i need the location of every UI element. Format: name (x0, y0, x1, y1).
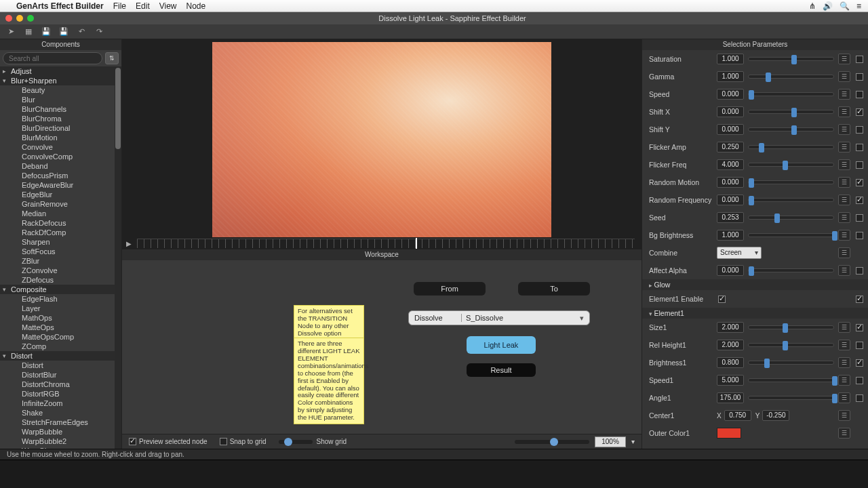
param-menu-icon[interactable]: ☰ (838, 247, 850, 258)
tree-item[interactable]: Sharpen (0, 237, 121, 247)
node-to[interactable]: To (518, 282, 590, 296)
param-expose-toggle[interactable] (854, 377, 864, 384)
param-expose-toggle[interactable] (854, 359, 864, 367)
param-slider[interactable] (748, 57, 834, 61)
param-value[interactable]: 2.000 (717, 322, 744, 333)
param-menu-icon[interactable]: ☰ (838, 428, 850, 439)
param-slider[interactable] (748, 325, 834, 329)
param-value[interactable]: 0.000 (717, 106, 744, 117)
param-menu-icon[interactable]: ☰ (838, 212, 850, 223)
tree-item[interactable]: EdgeAwareBlur (0, 180, 121, 190)
param-expose-toggle[interactable] (854, 342, 864, 349)
param-expose-toggle[interactable] (854, 324, 864, 331)
param-expose-toggle[interactable] (854, 91, 864, 98)
zoom-slider[interactable] (515, 440, 589, 444)
param-value[interactable]: 175.00 (717, 392, 744, 403)
tree-scrollbar[interactable] (115, 66, 121, 449)
param-menu-icon[interactable]: ☰ (838, 322, 850, 333)
param-menu-icon[interactable]: ☰ (838, 195, 850, 205)
param-slider[interactable] (748, 233, 834, 237)
tree-item[interactable]: SoftFocus (0, 247, 121, 256)
preview-node-toggle[interactable]: Preview selected node (129, 438, 208, 446)
playhead[interactable] (416, 238, 417, 249)
param-expose-toggle[interactable] (854, 296, 864, 303)
param-value[interactable]: 1.000 (717, 71, 744, 82)
menu-extra-icon[interactable]: ≡ (856, 1, 861, 11)
param-value[interactable]: 1.000 (717, 54, 744, 64)
param-expose-toggle[interactable] (854, 108, 864, 116)
tree-item[interactable]: Beauty (0, 85, 121, 95)
tree-category[interactable]: Adjust (0, 66, 121, 76)
workspace-panel[interactable]: Workspace For alternatives set the TRANS… (122, 249, 642, 449)
param-expose-toggle[interactable] (854, 394, 864, 402)
components-tree[interactable]: AdjustBlur+SharpenBeautyBlurBlurChannels… (0, 66, 121, 449)
node-from[interactable]: From (414, 282, 486, 296)
tree-item[interactable]: DistortChroma (0, 380, 121, 389)
param-value[interactable]: 0.000 (717, 195, 744, 205)
param-expose-toggle[interactable] (854, 161, 864, 169)
tree-item[interactable]: WarpBubble2 (0, 436, 121, 446)
tree-item[interactable]: DefocusPrism (0, 171, 121, 180)
param-expose-toggle[interactable] (854, 267, 864, 274)
selection-scroll[interactable]: Saturation1.000☰Gamma1.000☰Speed0.000☰Sh… (642, 50, 868, 449)
param-slider[interactable] (748, 75, 834, 79)
tree-item[interactable]: EdgeBlur (0, 190, 121, 199)
note-lightleak[interactable]: There are three different LIGHT LEAK ELE… (294, 338, 364, 424)
wifi-icon[interactable]: ⋔ (809, 1, 816, 11)
node-dissolve[interactable]: Dissolve S_Dissolve (408, 310, 590, 325)
param-menu-icon[interactable]: ☰ (838, 106, 850, 117)
param-menu-icon[interactable]: ☰ (838, 357, 850, 368)
param-slider[interactable] (748, 127, 834, 131)
redo-icon[interactable]: ↷ (94, 26, 104, 37)
param-slider[interactable] (748, 396, 834, 400)
tree-item[interactable]: RackDfComp (0, 228, 121, 237)
center-y[interactable]: -0.250 (762, 410, 789, 421)
tree-item[interactable]: StretchFrameEdges (0, 418, 121, 427)
param-menu-icon[interactable]: ☰ (838, 71, 850, 82)
tree-item[interactable]: WarpBubble (0, 427, 121, 436)
tree-item[interactable]: DistortRGB (0, 389, 121, 399)
tree-item[interactable]: BlurDirectional (0, 123, 121, 133)
param-slider[interactable] (748, 110, 834, 114)
param-value[interactable]: 5.000 (717, 375, 744, 386)
cursor-icon[interactable]: ➤ (5, 26, 16, 37)
section-glow[interactable]: Glow (642, 279, 868, 290)
param-slider[interactable] (748, 216, 834, 220)
tree-item[interactable]: RackDefocus (0, 218, 121, 228)
param-menu-icon[interactable]: ☰ (838, 177, 850, 188)
param-slider[interactable] (748, 180, 834, 184)
tree-item[interactable]: Blur (0, 95, 121, 104)
tree-item[interactable]: ZComp (0, 342, 121, 351)
param-value[interactable]: 0.800 (717, 357, 744, 368)
tree-item[interactable]: DistortBlur (0, 370, 121, 380)
tree-item[interactable]: Distort (0, 361, 121, 370)
tree-item[interactable]: Deband (0, 161, 121, 171)
param-menu-icon[interactable]: ☰ (838, 265, 850, 276)
app-name[interactable]: GenArts Effect Builder (16, 1, 104, 11)
param-expose-toggle[interactable] (854, 214, 864, 222)
search-icon[interactable]: 🔍 (840, 1, 850, 11)
param-expose-toggle[interactable] (854, 126, 864, 134)
param-menu-icon[interactable]: ☰ (838, 392, 850, 403)
param-value[interactable]: 2.000 (717, 340, 744, 350)
param-slider[interactable] (748, 343, 834, 347)
dissolve-select[interactable]: S_Dissolve (462, 314, 589, 322)
param-menu-icon[interactable]: ☰ (838, 340, 850, 350)
param-value[interactable]: 4.000 (717, 159, 744, 170)
param-menu-icon[interactable]: ☰ (838, 89, 850, 100)
note-transition[interactable]: For alternatives set the TRANSITION Node… (294, 305, 364, 340)
close-icon[interactable] (5, 15, 12, 22)
tree-item[interactable]: WarpChroma (0, 446, 121, 449)
tree-item[interactable]: EdgeFlash (0, 294, 121, 304)
volume-icon[interactable]: 🔊 (823, 1, 833, 11)
menu-view[interactable]: View (159, 1, 177, 11)
tree-item[interactable]: MatteOpsComp (0, 332, 121, 342)
sort-button[interactable]: ⇅ (105, 52, 119, 64)
menu-node[interactable]: Node (186, 1, 206, 11)
param-menu-icon[interactable]: ☰ (838, 142, 850, 152)
param-slider[interactable] (748, 378, 834, 382)
param-menu-icon[interactable]: ☰ (838, 375, 850, 386)
show-grid-slider[interactable]: Show grid (279, 438, 347, 445)
minimize-icon[interactable] (16, 15, 23, 22)
snap-grid-toggle[interactable]: Snap to grid (220, 438, 267, 446)
